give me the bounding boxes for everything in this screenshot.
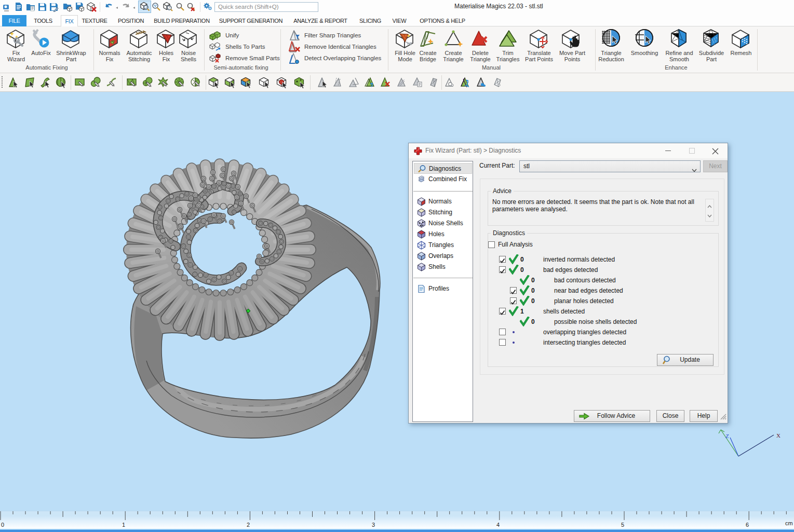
svg-text:0: 0 — [1, 522, 4, 528]
svg-text:1: 1 — [122, 522, 125, 528]
svg-text:cm: cm — [785, 520, 793, 526]
svg-text:Z: Z — [725, 433, 729, 439]
svg-text:4: 4 — [496, 522, 500, 528]
svg-text:2: 2 — [247, 522, 250, 528]
svg-text:3: 3 — [372, 522, 375, 528]
svg-text:5: 5 — [621, 522, 624, 528]
svg-text:X: X — [776, 432, 780, 439]
svg-text:6: 6 — [746, 522, 749, 528]
